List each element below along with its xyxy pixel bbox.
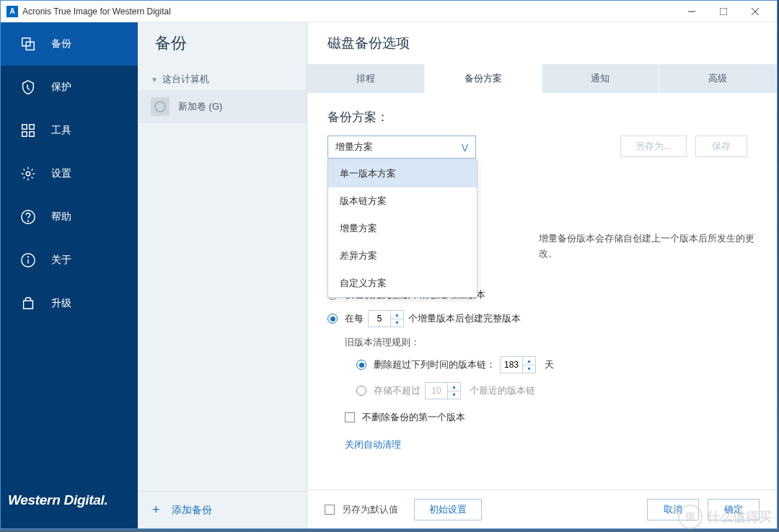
radio-every-n[interactable] [327, 314, 338, 324]
grid-icon [19, 122, 37, 139]
radio-store-max[interactable] [356, 386, 366, 396]
spin-up[interactable]: ▲ [448, 383, 460, 391]
checkbox-label: 另存为默认值 [342, 503, 398, 516]
sidebar-item-upgrade[interactable]: 升级 [1, 282, 138, 325]
tab-advanced[interactable]: 高级 [659, 64, 777, 93]
radio-label-b: 个最近的版本链 [470, 384, 535, 397]
sidebar-item-settings[interactable]: 设置 [1, 152, 138, 195]
sidebar-item-about[interactable]: 关于 [1, 239, 138, 282]
radio-label-a: 在每 [345, 312, 364, 325]
spin-down[interactable]: ▼ [448, 391, 460, 399]
options-heading: 磁盘备份选项 [307, 22, 777, 64]
options-panel: 磁盘备份选项 排程 备份方案 通知 高级 备份方案： 增量方案 ⋁ 单一版本方案… [307, 22, 777, 528]
checkbox-label: 不删除备份的第一个版本 [362, 411, 465, 424]
sidebar: 备份 保护 工具 设置 帮助 关于 [1, 22, 138, 528]
caret-down-icon: ▼ [151, 76, 158, 84]
sidebar-item-protect[interactable]: 保护 [1, 66, 138, 109]
svg-rect-9 [30, 132, 34, 136]
radio-label-b: 个增量版本后创建完整版本 [408, 312, 521, 325]
spin-down[interactable]: ▼ [523, 365, 535, 373]
backup-list-panel: 备份 ▼ 这台计算机 新加卷 (G) + 添加备份 [138, 22, 307, 528]
tree-node-label: 这台计算机 [162, 73, 209, 86]
chevron-down-icon: ⋁ [462, 143, 468, 152]
dropdown-option[interactable]: 版本链方案 [328, 187, 477, 215]
sidebar-label: 工具 [51, 124, 71, 137]
sidebar-label: 升级 [51, 297, 71, 310]
backup-heading: 备份 [138, 22, 307, 64]
count-input[interactable] [425, 382, 448, 399]
dropdown-list: 单一版本方案 版本链方案 增量方案 差异方案 自定义方案 [327, 159, 477, 298]
add-backup-button[interactable]: + 添加备份 [138, 491, 307, 528]
days-input[interactable] [500, 356, 523, 373]
titlebar: A Acronis True Image for Western Digital [1, 1, 777, 22]
window-title: Acronis True Image for Western Digital [22, 6, 676, 17]
spin-up[interactable]: ▲ [523, 357, 535, 365]
svg-rect-6 [22, 125, 27, 129]
tab-notify[interactable]: 通知 [542, 64, 660, 93]
sidebar-label: 保护 [51, 81, 71, 94]
days-spinner[interactable]: ▲▼ [500, 356, 536, 373]
minimize-button[interactable] [676, 1, 708, 22]
close-auto-cleanup-link[interactable]: 关闭自动清理 [345, 438, 401, 451]
scheme-dropdown[interactable]: 增量方案 ⋁ 单一版本方案 版本链方案 增量方案 差异方案 自定义方案 [327, 136, 476, 159]
sidebar-label: 设置 [51, 167, 71, 180]
spin-down[interactable]: ▼ [391, 319, 403, 327]
radio-label: 存储不超过 [374, 384, 421, 397]
backup-item-name: 新加卷 (G) [178, 100, 222, 113]
save-button[interactable]: 保存 [695, 136, 747, 157]
tree-node-computer[interactable]: ▼ 这台计算机 [138, 68, 307, 90]
bag-icon [19, 295, 37, 312]
sidebar-item-tools[interactable]: 工具 [1, 109, 138, 152]
backup-icon [19, 35, 37, 53]
svg-rect-8 [22, 132, 27, 136]
dropdown-option[interactable]: 自定义方案 [328, 270, 477, 297]
wd-logo: Western Digital. [1, 478, 138, 528]
radio-label-b: 天 [545, 358, 554, 371]
count-spinner[interactable]: ▲▼ [425, 382, 461, 399]
spin-up[interactable]: ▲ [391, 311, 403, 319]
svg-point-15 [28, 257, 29, 257]
watermark: 值 什么值得买 [678, 505, 772, 529]
cleanup-label: 旧版本清理规则： [345, 336, 757, 349]
radio-label: 删除超过下列时间的版本链： [374, 358, 496, 371]
shield-icon [19, 79, 37, 96]
radio-delete-older[interactable] [356, 360, 366, 370]
help-icon [19, 208, 37, 226]
dropdown-option[interactable]: 差异方案 [328, 242, 477, 270]
dropdown-option[interactable]: 增量方案 [328, 215, 477, 242]
disk-icon [151, 97, 170, 116]
sidebar-item-help[interactable]: 帮助 [1, 195, 138, 239]
tabs: 排程 备份方案 通知 高级 [307, 64, 777, 93]
scheme-description: 增量备份版本会存储自创建上一个版本后所发生的更改。 [539, 231, 755, 262]
gear-icon [19, 165, 37, 182]
checkbox-save-default[interactable] [325, 505, 335, 515]
plus-icon: + [152, 502, 160, 518]
add-backup-label: 添加备份 [172, 504, 212, 517]
close-button[interactable] [739, 1, 771, 22]
sidebar-item-backup[interactable]: 备份 [1, 22, 138, 66]
tab-schedule[interactable]: 排程 [307, 64, 425, 93]
backup-list-item[interactable]: 新加卷 (G) [138, 90, 307, 123]
info-icon [19, 252, 37, 269]
sidebar-label: 备份 [51, 37, 71, 50]
tab-scheme[interactable]: 备份方案 [425, 64, 542, 93]
dropdown-option[interactable]: 单一版本方案 [328, 160, 477, 187]
dropdown-value: 增量方案 [335, 141, 462, 154]
svg-point-12 [28, 221, 29, 221]
sidebar-label: 关于 [51, 254, 71, 267]
sidebar-label: 帮助 [51, 210, 71, 223]
scheme-label: 备份方案： [327, 109, 757, 125]
increment-spinner[interactable]: ▲▼ [368, 310, 404, 327]
svg-rect-1 [720, 8, 727, 15]
svg-point-10 [26, 172, 30, 176]
initial-settings-button[interactable]: 初始设置 [414, 499, 482, 520]
checkbox-keep-first[interactable] [345, 412, 355, 422]
maximize-button[interactable] [708, 1, 739, 22]
increment-input[interactable] [368, 310, 391, 327]
svg-rect-7 [30, 125, 34, 129]
save-as-button[interactable]: 另存为... [620, 136, 687, 157]
app-icon: A [6, 6, 18, 17]
